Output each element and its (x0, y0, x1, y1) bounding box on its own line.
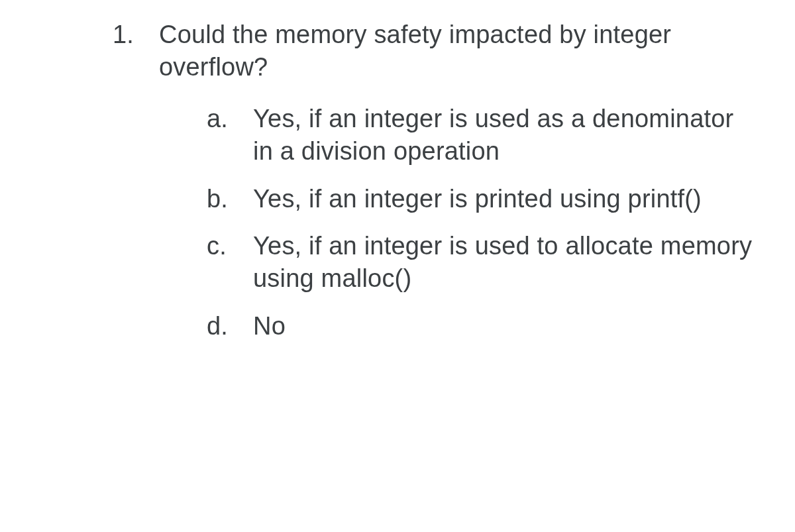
option-label: b. (207, 183, 253, 215)
option-text: No (253, 310, 755, 343)
option-label: a. (207, 103, 253, 135)
options-list: a. Yes, if an integer is used as a denom… (207, 103, 755, 343)
question-block: 1. Could the memory safety impacted by i… (113, 19, 755, 84)
option-label: d. (207, 310, 253, 343)
option-label: c. (207, 230, 253, 262)
option-d: d. No (207, 310, 755, 343)
option-text: Yes, if an integer is used to allocate m… (253, 230, 755, 295)
option-text: Yes, if an integer is used as a denomina… (253, 103, 755, 168)
option-c: c. Yes, if an integer is used to allocat… (207, 230, 755, 295)
question-number: 1. (113, 19, 159, 51)
question-text: Could the memory safety impacted by inte… (159, 19, 755, 84)
option-a: a. Yes, if an integer is used as a denom… (207, 103, 755, 168)
option-b: b. Yes, if an integer is printed using p… (207, 183, 755, 215)
option-text: Yes, if an integer is printed using prin… (253, 183, 755, 215)
